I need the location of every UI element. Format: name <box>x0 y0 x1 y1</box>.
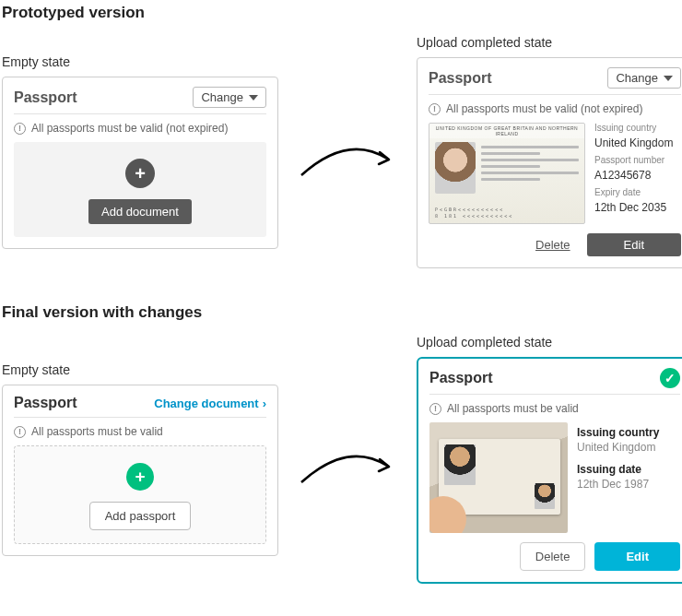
info-icon: ! <box>429 103 441 115</box>
issuing-country-label: Issuing country <box>577 426 680 439</box>
final-row: Empty state Passport Change document › !… <box>2 335 680 584</box>
delete-link[interactable]: Delete <box>535 238 570 252</box>
final-empty-col: Empty state Passport Change document › !… <box>2 362 278 556</box>
state-label-empty: Empty state <box>2 54 278 69</box>
info-icon: ! <box>14 426 26 438</box>
delete-button[interactable]: Delete <box>520 542 586 571</box>
info-text: All passports must be valid <box>447 402 579 415</box>
proto-row: Empty state Passport Change ! All passpo… <box>2 35 680 268</box>
issuing-country-value: United Kingdom <box>594 136 681 149</box>
final-completed-col: Upload completed state Passport ✓ ! All … <box>417 335 682 584</box>
state-label-completed: Upload completed state <box>417 335 682 349</box>
passport-thumbnail: UNITED KINGDOM OF GREAT BRITAIN AND NORT… <box>429 123 585 224</box>
state-label-completed: Upload completed state <box>417 35 682 50</box>
add-document-button[interactable]: Add document <box>88 199 192 224</box>
change-label: Change <box>616 71 658 85</box>
chevron-down-icon <box>249 95 258 101</box>
card-actions: Delete Edit <box>429 233 681 256</box>
expiry-label: Expiry date <box>594 187 681 197</box>
passport-photo-icon <box>535 483 555 509</box>
change-document-link[interactable]: Change document › <box>154 397 266 410</box>
state-label-empty: Empty state <box>2 362 278 377</box>
edit-button[interactable]: Edit <box>594 542 680 571</box>
proto-empty-card: Passport Change ! All passports must be … <box>2 77 278 249</box>
issuing-country-label: Issuing country <box>594 123 681 133</box>
card-header: Passport Change <box>14 87 266 114</box>
info-text: All passports must be valid (not expired… <box>31 122 228 135</box>
passport-number-value: A12345678 <box>594 169 681 182</box>
plus-icon: + <box>126 463 154 491</box>
card-title: Passport <box>429 70 491 87</box>
proto-completed-col: Upload completed state Passport Change !… <box>417 35 682 268</box>
check-icon: ✓ <box>660 368 680 388</box>
info-row: ! All passports must be valid <box>429 402 680 415</box>
issuing-country-value: United Kingdom <box>577 441 680 454</box>
plus-icon: + <box>125 159 155 188</box>
info-row: ! All passports must be valid (not expir… <box>429 102 681 115</box>
info-row: ! All passports must be valid <box>14 425 266 438</box>
info-text: All passports must be valid (not expired… <box>446 102 642 115</box>
info-icon: ! <box>14 123 26 135</box>
passport-photo-icon <box>444 444 476 485</box>
upload-dropzone[interactable]: + Add passport <box>14 445 266 544</box>
card-header: Passport ✓ <box>429 368 680 395</box>
passport-mock-header: UNITED KINGDOM OF GREAT BRITAIN AND NORT… <box>429 124 584 138</box>
card-title: Passport <box>429 370 492 386</box>
arrow-icon <box>297 138 398 184</box>
details-list: Issuing country United Kingdom Passport … <box>594 123 681 224</box>
issuing-date-label: Issuing date <box>577 463 680 476</box>
change-button[interactable]: Change <box>607 67 681 89</box>
details-list: Issuing country United Kingdom Issuing d… <box>577 422 680 533</box>
chevron-right-icon: › <box>263 397 266 410</box>
section-title-prototyped: Prototyped version <box>2 4 680 22</box>
info-icon: ! <box>429 403 441 415</box>
info-text: All passports must be valid <box>31 425 163 438</box>
upload-dropzone[interactable]: + Add document <box>14 142 266 237</box>
final-empty-card: Passport Change document › ! All passpor… <box>2 385 278 556</box>
card-actions: Delete Edit <box>429 542 680 571</box>
card-title: Passport <box>14 89 76 106</box>
final-completed-card: Passport ✓ ! All passports must be valid <box>417 357 682 584</box>
change-label: Change document <box>154 397 258 410</box>
card-title: Passport <box>14 395 76 411</box>
expiry-value: 12th Dec 2035 <box>594 201 681 214</box>
issuing-date-value: 12th Dec 1987 <box>577 478 680 491</box>
proto-completed-card: Passport Change ! All passports must be … <box>417 57 682 268</box>
passport-thumbnail <box>429 422 568 533</box>
edit-button[interactable]: Edit <box>587 233 681 256</box>
card-header: Passport Change <box>429 67 681 95</box>
change-button[interactable]: Change <box>193 87 266 108</box>
document-details: UNITED KINGDOM OF GREAT BRITAIN AND NORT… <box>429 123 681 224</box>
passport-photo-icon <box>435 142 476 194</box>
section-title-final: Final version with changes <box>2 303 680 322</box>
info-row: ! All passports must be valid (not expir… <box>14 122 266 135</box>
card-header: Passport Change document › <box>14 395 266 418</box>
arrow-icon <box>297 445 398 492</box>
chevron-down-icon <box>664 76 673 81</box>
change-label: Change <box>201 90 243 104</box>
proto-empty-col: Empty state Passport Change ! All passpo… <box>2 54 278 249</box>
passport-number-label: Passport number <box>594 155 681 165</box>
document-details: Issuing country United Kingdom Issuing d… <box>429 422 680 533</box>
add-passport-button[interactable]: Add passport <box>89 502 192 530</box>
